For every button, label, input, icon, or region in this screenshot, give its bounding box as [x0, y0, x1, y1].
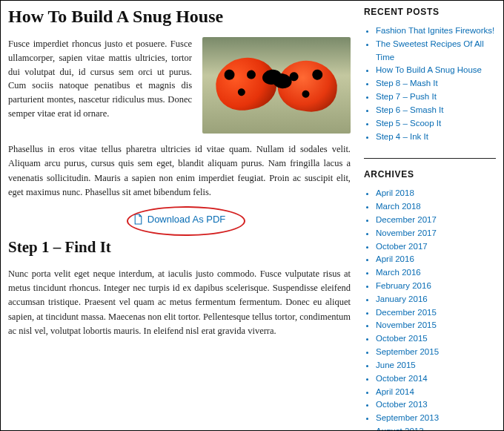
list-item: December 2015: [376, 306, 496, 320]
sidebar: RECENT POSTS Fashion That Ignites Firewo…: [364, 7, 496, 423]
recent-post-link[interactable]: The Sweetest Recipes Of All Time: [376, 39, 484, 62]
recent-posts-list: Fashion That Ignites Fireworks!The Sweet…: [364, 24, 496, 143]
archive-link[interactable]: September 2013: [376, 413, 439, 422]
recent-post-link[interactable]: Step 6 – Smash It: [376, 105, 443, 114]
lead-paragraph: Fusce imperdiet rhoncus justo et posuere…: [8, 37, 192, 121]
list-item: April 2016: [376, 253, 496, 266]
archive-link[interactable]: January 2016: [376, 295, 428, 303]
list-item: February 2016: [376, 280, 496, 293]
post-title: How To Build A Snug House: [8, 7, 351, 27]
archive-link[interactable]: December 2017: [376, 215, 437, 224]
widget-separator: [364, 158, 496, 159]
featured-image: [202, 37, 351, 134]
ladybug-icon: [275, 57, 341, 115]
download-pdf-link[interactable]: Download As PDF: [133, 214, 226, 225]
archive-link[interactable]: March 2016: [376, 268, 421, 277]
archive-link[interactable]: September 2015: [376, 347, 439, 356]
list-item: November 2015: [376, 319, 496, 332]
archives-heading: ARCHIVES: [364, 169, 496, 180]
paragraph: Phasellus in eros vitae tellus pharetra …: [8, 142, 351, 200]
archive-link[interactable]: February 2016: [376, 281, 431, 290]
main-content: How To Build A Snug House Fusce imperdie…: [8, 7, 364, 423]
archive-link[interactable]: December 2015: [376, 308, 437, 317]
list-item: November 2017: [376, 227, 496, 240]
download-pdf-label: Download As PDF: [147, 214, 226, 225]
list-item: April 2014: [376, 386, 496, 399]
list-item: How To Build A Snug House: [376, 64, 496, 77]
recent-post-link[interactable]: Step 5 – Scoop It: [376, 119, 441, 128]
archive-link[interactable]: October 2017: [376, 242, 428, 251]
list-item: October 2014: [376, 372, 496, 386]
list-item: June 2015: [376, 359, 496, 372]
list-item: Step 7 – Push It: [376, 91, 496, 104]
list-item: September 2015: [376, 346, 496, 359]
list-item: January 2016: [376, 293, 496, 306]
list-item: December 2017: [376, 214, 496, 227]
list-item: October 2017: [376, 240, 496, 254]
archive-link[interactable]: November 2017: [376, 228, 437, 237]
recent-post-link[interactable]: Step 8 – Mash It: [376, 79, 438, 88]
list-item: September 2013: [376, 412, 496, 425]
list-item: Step 6 – Smash It: [376, 104, 496, 117]
recent-post-link[interactable]: Fashion That Ignites Fireworks!: [376, 26, 494, 35]
list-item: Step 5 – Scoop It: [376, 117, 496, 131]
pdf-row: Download As PDF: [8, 214, 351, 228]
pdf-file-icon: [133, 214, 143, 225]
step-heading: Step 1 – Find It: [8, 238, 351, 257]
paragraph: Nunc porta velit eget neque interdum, at…: [8, 267, 351, 339]
list-item: April 2018: [376, 187, 496, 200]
recent-posts-heading: RECENT POSTS: [364, 7, 496, 17]
list-item: August 2013: [376, 425, 496, 431]
recent-post-link[interactable]: How To Build A Snug House: [376, 65, 482, 74]
list-item: Step 4 – Ink It: [376, 131, 496, 144]
list-item: The Sweetest Recipes Of All Time: [376, 38, 496, 65]
archive-link[interactable]: November 2015: [376, 320, 437, 329]
archive-link[interactable]: October 2014: [376, 374, 428, 383]
archive-link[interactable]: August 2013: [376, 427, 424, 431]
list-item: October 2015: [376, 332, 496, 346]
archive-link[interactable]: April 2018: [376, 188, 414, 197]
archive-link[interactable]: October 2013: [376, 400, 428, 409]
list-item: March 2018: [376, 200, 496, 214]
list-item: March 2016: [376, 266, 496, 280]
archive-link[interactable]: March 2018: [376, 202, 421, 211]
recent-post-link[interactable]: Step 7 – Push It: [376, 92, 437, 101]
ladybug-icon: [212, 53, 281, 114]
archive-link[interactable]: June 2015: [376, 361, 416, 369]
list-item: October 2013: [376, 398, 496, 412]
archive-link[interactable]: October 2015: [376, 334, 428, 343]
list-item: Step 8 – Mash It: [376, 77, 496, 91]
archive-link[interactable]: April 2014: [376, 387, 414, 396]
lead-row: Fusce imperdiet rhoncus justo et posuere…: [8, 37, 351, 134]
list-item: Fashion That Ignites Fireworks!: [376, 24, 496, 38]
archive-link[interactable]: April 2016: [376, 254, 414, 263]
recent-post-link[interactable]: Step 4 – Ink It: [376, 132, 428, 141]
archives-list: April 2018March 2018December 2017Novembe…: [364, 187, 496, 431]
